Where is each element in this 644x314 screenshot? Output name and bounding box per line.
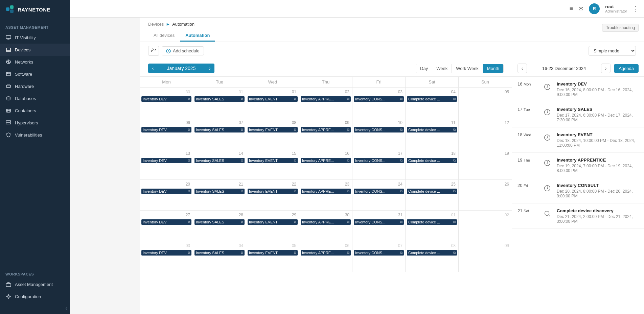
calendar-event[interactable]: Inventory DEV⧉ [141,96,191,102]
calendar-cell[interactable]: 02Inventory APPRE...⧉ [299,88,352,118]
agenda-item[interactable]: 18 Wed Inventory EVENT Dec 18, 2024, 10:… [512,127,644,153]
calendar-event[interactable]: Inventory EVENT⧉ [248,189,298,194]
view-day-button[interactable]: Day [416,64,432,73]
calendar-cell[interactable]: 11Complete device ...⧉ [406,118,459,149]
agenda-button[interactable]: Agenda [614,64,639,73]
calendar-next-button[interactable]: › [205,64,214,73]
menu-icon[interactable]: ≡ [570,5,573,12]
calendar-cell[interactable]: 31Inventory CONS...⧉ [352,211,406,241]
agenda-prev-button[interactable]: ‹ [518,64,527,73]
calendar-event[interactable]: Inventory SALES⧉ [194,219,245,225]
calendar-event[interactable]: Inventory SALES⧉ [194,127,245,132]
calendar-event[interactable]: Complete device ...⧉ [407,250,457,256]
sidebar-item-it-visibility[interactable]: IT Visibility [0,31,70,44]
calendar-event[interactable]: Inventory APPRE...⧉ [301,127,351,132]
agenda-item[interactable]: 19 Thu Inventory APPRENTICE Dec 19, 2024… [512,153,644,178]
calendar-event[interactable]: Complete device ...⧉ [407,189,457,194]
sidebar-item-vulnerabilities[interactable]: Vulnerabilities [0,129,70,141]
calendar-cell[interactable]: 30Inventory APPRE...⧉ [299,211,352,241]
calendar-event[interactable]: Complete device ...⧉ [407,96,457,102]
view-workweek-button[interactable]: Work Week [452,64,483,73]
calendar-cell[interactable]: 18Complete device ...⧉ [406,149,459,179]
calendar-cell[interactable]: 14Inventory SALES⧉ [193,149,246,179]
calendar-cell[interactable]: 21Inventory SALES⧉ [193,180,246,210]
calendar-cell[interactable]: 30Inventory DEV⧉ [140,88,193,118]
calendar-cell[interactable]: 08Complete device ...⧉ [406,241,459,272]
calendar-prev-button[interactable]: ‹ [148,64,158,73]
calendar-event[interactable]: Inventory DEV⧉ [141,250,191,256]
calendar-cell[interactable]: 20Inventory DEV⧉ [140,180,193,210]
calendar-event[interactable]: Inventory SALES⧉ [194,96,245,102]
calendar-cell[interactable]: 09 [459,241,512,272]
agenda-item[interactable]: 16 Mon Inventory DEV Dec 16, 2024, 8:00:… [512,77,644,102]
calendar-cell[interactable]: 25Complete device ...⧉ [406,180,459,210]
calendar-event[interactable]: Inventory APPRE...⧉ [301,158,351,163]
calendar-cell[interactable]: 12 [459,118,512,149]
tab-automation[interactable]: Automation [180,30,215,42]
calendar-cell[interactable]: 08Inventory EVENT⧉ [246,118,299,149]
calendar-event[interactable]: Inventory APPRE...⧉ [301,96,351,102]
calendar-event[interactable]: Inventory DEV⧉ [141,189,191,194]
sidebar-item-devices[interactable]: Devices [0,44,70,56]
agenda-item[interactable]: 20 Fri Inventory CONSULT Dec 20, 2024, 8… [512,178,644,203]
view-week-button[interactable]: Week [432,64,452,73]
calendar-cell[interactable]: 13Inventory DEV⧉ [140,149,193,179]
calendar-event[interactable]: Inventory CONS...⧉ [354,127,404,132]
sidebar-item-software[interactable]: Software [0,68,70,80]
calendar-cell[interactable]: 27Inventory DEV⧉ [140,211,193,241]
bell-icon[interactable]: ✉ [578,5,583,13]
calendar-cell[interactable]: 03Inventory DEV⧉ [140,241,193,272]
calendar-cell[interactable]: 04Complete device ...⧉ [406,88,459,118]
agenda-item[interactable]: 21 Sat Complete device discovery Dec 21,… [512,203,644,229]
calendar-cell[interactable]: 05 [459,88,512,118]
calendar-event[interactable]: Complete device ...⧉ [407,219,457,225]
sidebar-item-networks[interactable]: Networks [0,56,70,68]
calendar-event[interactable]: Inventory SALES⧉ [194,158,245,163]
simple-mode-select[interactable]: Simple mode Advanced mode [589,46,636,56]
calendar-event[interactable]: Inventory EVENT⧉ [248,96,298,102]
collapse-button[interactable]: ‹ [66,305,67,311]
sidebar-collapse[interactable]: ‹ [0,303,70,314]
calendar-event[interactable]: Inventory DEV⧉ [141,158,191,163]
calendar-event[interactable]: Inventory SALES⧉ [194,189,245,194]
sidebar-item-asset-management[interactable]: Asset Management [0,278,70,290]
calendar-cell[interactable]: 26 [459,180,512,210]
view-month-button[interactable]: Month [483,64,503,73]
calendar-event[interactable]: Inventory SALES⧉ [194,250,245,256]
calendar-cell[interactable]: 28Inventory SALES⧉ [193,211,246,241]
calendar-cell[interactable]: 06Inventory DEV⧉ [140,118,193,149]
sidebar-item-hardware[interactable]: Hardware [0,80,70,92]
calendar-cell[interactable]: 02 [459,211,512,241]
calendar-event[interactable]: Inventory EVENT⧉ [248,219,298,225]
calendar-cell[interactable]: 17Inventory CONS...⧉ [352,149,406,179]
add-schedule-button[interactable]: Add schedule [162,46,204,55]
calendar-event[interactable]: Inventory DEV⧉ [141,127,191,132]
calendar-cell[interactable]: 16Inventory APPRE...⧉ [299,149,352,179]
tab-all-devices[interactable]: All devices [148,30,180,42]
calendar-cell[interactable]: 07Inventory SALES⧉ [193,118,246,149]
calendar-event[interactable]: Inventory DEV⧉ [141,219,191,225]
calendar-cell[interactable]: 05Inventory EVENT⧉ [246,241,299,272]
calendar-cell[interactable]: 09Inventory APPRE...⧉ [299,118,352,149]
sidebar-item-configuration[interactable]: Configuration [0,290,70,303]
calendar-event[interactable]: Inventory CONS...⧉ [354,250,404,256]
calendar-event[interactable]: Inventory APPRE...⧉ [301,219,351,225]
sidebar-item-containers[interactable]: Containers [0,104,70,117]
calendar-event[interactable]: Inventory EVENT⧉ [248,250,298,256]
calendar-event[interactable]: Inventory EVENT⧉ [248,127,298,132]
sidebar-item-hypervisors[interactable]: Hypervisors [0,117,70,129]
calendar-event[interactable]: Inventory APPRE...⧉ [301,189,351,194]
calendar-cell[interactable]: 10Inventory CONS...⧉ [352,118,406,149]
more-options-icon[interactable]: ⋮ [632,5,639,13]
calendar-cell[interactable]: 03Inventory CONS...⧉ [352,88,406,118]
refresh-button[interactable] [148,46,159,56]
agenda-item[interactable]: 17 Tue Inventory SALES Dec 17, 2024, 6:3… [512,102,644,127]
calendar-cell[interactable]: 29Inventory EVENT⧉ [246,211,299,241]
calendar-cell[interactable]: 07Inventory CONS...⧉ [352,241,406,272]
calendar-cell[interactable]: 15Inventory EVENT⧉ [246,149,299,179]
troubleshooting-button[interactable]: Troubleshooting [602,24,639,32]
calendar-cell[interactable]: 06Inventory APPRE...⧉ [299,241,352,272]
calendar-cell[interactable]: 01Complete device ...⧉ [406,211,459,241]
calendar-cell[interactable]: 31Inventory SALES⧉ [193,88,246,118]
calendar-event[interactable]: Inventory APPRE...⧉ [301,250,351,256]
